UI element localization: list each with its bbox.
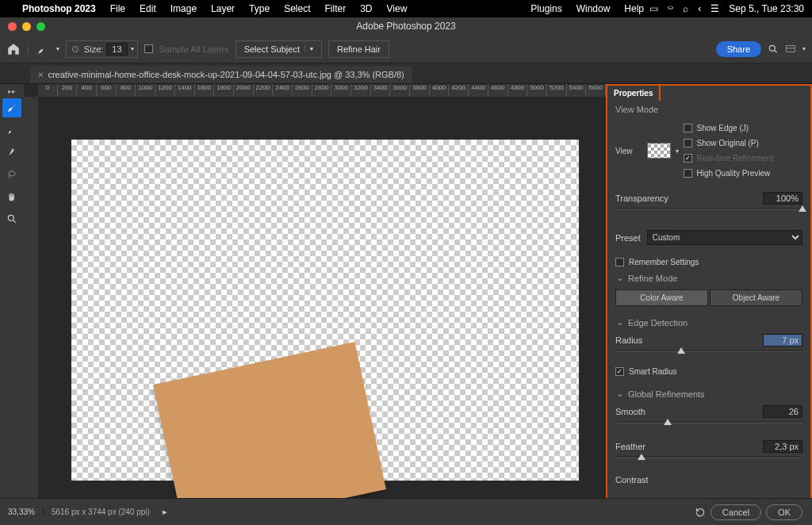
search-icon[interactable]: ⌕ bbox=[683, 3, 688, 14]
transparency-label: Transparency bbox=[615, 194, 663, 203]
doc-dimensions: 5616 px x 3744 px (240 ppi) bbox=[43, 508, 158, 516]
radius-value[interactable]: 7 px bbox=[763, 334, 802, 347]
menu-plugins[interactable]: Plugins bbox=[530, 3, 561, 14]
svg-rect-3 bbox=[787, 45, 795, 52]
menu-window[interactable]: Window bbox=[576, 3, 611, 14]
menu-select[interactable]: Select bbox=[284, 3, 310, 14]
chevron-down-icon[interactable]: ▾ bbox=[304, 45, 313, 52]
notebook-object bbox=[153, 342, 386, 512]
status-bar: 33,33% 5616 px x 3744 px (240 ppi) ▸ Can… bbox=[0, 498, 812, 525]
tab-label: creative-minimal-home-office-desk-mock-u… bbox=[48, 70, 404, 79]
preset-label: Preset bbox=[615, 233, 641, 243]
menu-help[interactable]: Help bbox=[624, 3, 644, 14]
control-center-icon[interactable]: ☰ bbox=[710, 3, 719, 14]
menu-image[interactable]: Image bbox=[170, 3, 197, 14]
document-tab[interactable]: × creative-minimal-home-office-desk-mock… bbox=[30, 66, 412, 83]
reset-icon[interactable] bbox=[695, 507, 706, 518]
svg-point-2 bbox=[769, 45, 775, 51]
arrow-icon[interactable]: ‹ bbox=[698, 3, 701, 14]
close-window-button[interactable] bbox=[8, 22, 17, 31]
hq-preview-checkbox[interactable] bbox=[684, 169, 692, 178]
cancel-button[interactable]: Cancel bbox=[710, 504, 761, 520]
workspace-icon[interactable] bbox=[785, 44, 796, 55]
preset-select[interactable]: Custom bbox=[647, 230, 802, 245]
brush-tool[interactable] bbox=[2, 121, 21, 140]
feather-value[interactable]: 2,3 px bbox=[763, 440, 802, 453]
chevron-down-icon[interactable]: ⌄ bbox=[615, 389, 623, 399]
chevron-down-icon[interactable]: ⌄ bbox=[615, 317, 623, 328]
menu-filter[interactable]: Filter bbox=[324, 3, 346, 14]
chevron-down-icon[interactable]: ▾ bbox=[56, 45, 59, 52]
radius-label: Radius bbox=[615, 335, 663, 345]
battery-icon[interactable]: ▭ bbox=[649, 3, 658, 14]
object-aware-button[interactable]: Object Aware bbox=[710, 289, 802, 306]
color-aware-button[interactable]: Color Aware bbox=[615, 289, 708, 306]
search-icon[interactable] bbox=[768, 44, 779, 55]
lasso-tool[interactable] bbox=[2, 165, 21, 184]
refine-brush-tool[interactable] bbox=[2, 143, 21, 162]
chevron-down-icon[interactable]: ▾ bbox=[802, 45, 806, 52]
options-bar: | ▾ Size: 13 ▾ Sample All Layers Select … bbox=[0, 35, 812, 63]
expand-toolbar-icon[interactable]: ▸▸ bbox=[8, 87, 16, 95]
feather-label: Feather bbox=[615, 442, 663, 451]
chevron-down-icon[interactable]: ▾ bbox=[676, 148, 679, 155]
view-thumbnail[interactable] bbox=[647, 143, 671, 159]
home-icon[interactable] bbox=[6, 42, 21, 56]
smart-radius-label: Smart Radius bbox=[629, 367, 677, 376]
show-original-checkbox[interactable] bbox=[684, 139, 692, 148]
menu-layer[interactable]: Layer bbox=[211, 3, 235, 14]
share-button[interactable]: Share bbox=[716, 41, 761, 57]
transparency-value[interactable]: 100% bbox=[763, 192, 802, 205]
close-tab-icon[interactable]: × bbox=[38, 70, 43, 79]
maximize-window-button[interactable] bbox=[36, 22, 45, 31]
radius-slider[interactable] bbox=[615, 348, 802, 361]
zoom-tool[interactable] bbox=[2, 209, 21, 228]
menu-3d[interactable]: 3D bbox=[360, 3, 372, 14]
window-titlebar: Adobe Photoshop 2023 bbox=[0, 17, 812, 35]
window-title: Adobe Photoshop 2023 bbox=[356, 21, 455, 32]
menu-type[interactable]: Type bbox=[249, 3, 270, 14]
app-title[interactable]: Photoshop 2023 bbox=[22, 3, 96, 14]
quick-select-tool[interactable] bbox=[2, 98, 21, 117]
size-value[interactable]: 13 bbox=[106, 43, 127, 56]
refine-mode-label: Refine Mode bbox=[628, 274, 677, 283]
remember-settings-checkbox[interactable] bbox=[615, 258, 624, 266]
properties-tab[interactable]: Properties bbox=[606, 84, 661, 101]
canvas-transparency bbox=[71, 140, 579, 481]
size-label: Size: bbox=[84, 44, 103, 54]
menu-edit[interactable]: Edit bbox=[140, 3, 156, 14]
clock[interactable]: Sep 5., Tue 23:30 bbox=[729, 3, 804, 14]
chevron-icon[interactable]: ▸ bbox=[158, 507, 172, 517]
brush-preview-icon[interactable] bbox=[36, 42, 50, 56]
sample-all-layers-checkbox bbox=[144, 44, 153, 53]
contrast-label: Contrast bbox=[615, 475, 663, 485]
minimize-window-button[interactable] bbox=[22, 22, 31, 31]
view-label: View bbox=[615, 147, 633, 155]
smooth-value[interactable]: 26 bbox=[763, 405, 802, 418]
realtime-refinement-label: Real-time Refinement bbox=[697, 154, 774, 163]
ruler-horizontal: 0200400600800100012001400160018002000220… bbox=[38, 84, 606, 97]
wifi-icon[interactable]: ⌔ bbox=[668, 3, 673, 14]
show-edge-checkbox[interactable] bbox=[684, 124, 692, 132]
transparency-slider[interactable] bbox=[615, 206, 802, 219]
properties-panel: Properties View Mode View ▾ Show Edge (J… bbox=[606, 84, 812, 512]
circle-icon bbox=[70, 44, 81, 55]
sample-all-layers-label: Sample All Layers bbox=[159, 44, 229, 54]
smooth-slider[interactable] bbox=[615, 420, 802, 432]
ok-button[interactable]: OK bbox=[766, 504, 802, 520]
brush-size-widget[interactable]: Size: 13 ▾ bbox=[66, 40, 138, 58]
zoom-level[interactable]: 33,33% bbox=[0, 508, 43, 516]
document-tabbar: × creative-minimal-home-office-desk-mock… bbox=[0, 63, 812, 84]
smart-radius-checkbox[interactable] bbox=[615, 367, 624, 376]
chevron-down-icon[interactable]: ⌄ bbox=[615, 273, 623, 283]
menu-view[interactable]: View bbox=[387, 3, 408, 14]
refine-hair-button[interactable]: Refine Hair bbox=[328, 40, 389, 58]
edge-detection-label: Edge Detection bbox=[628, 318, 688, 328]
feather-slider[interactable] bbox=[615, 454, 802, 467]
canvas-area[interactable]: 0200400600800100012001400160018002000220… bbox=[24, 84, 606, 512]
chevron-down-icon[interactable]: ▾ bbox=[131, 45, 134, 52]
select-subject-button[interactable]: Select Subject ▾ bbox=[236, 40, 322, 58]
hand-tool[interactable] bbox=[2, 187, 21, 206]
menu-file[interactable]: File bbox=[110, 3, 125, 14]
svg-point-1 bbox=[75, 48, 75, 49]
